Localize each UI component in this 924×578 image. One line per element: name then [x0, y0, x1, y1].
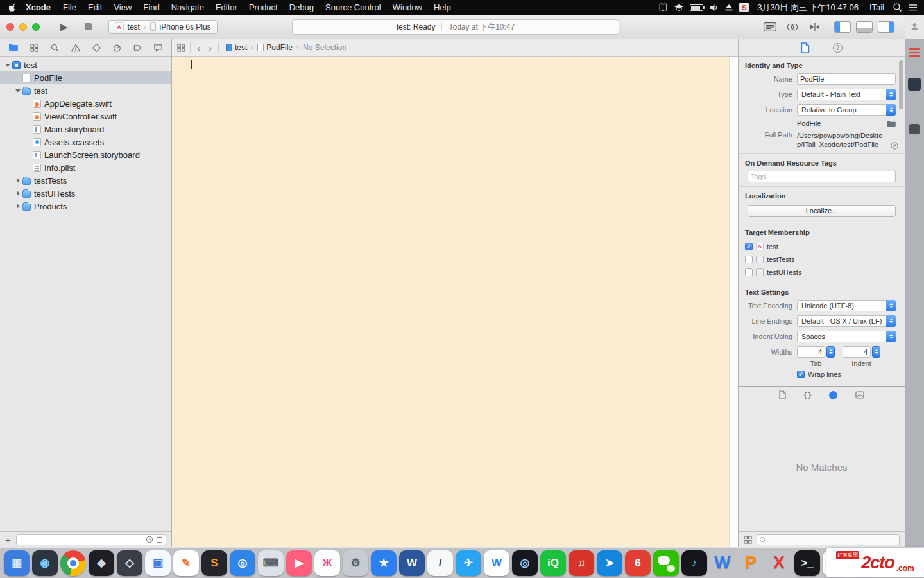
menu-item-debug[interactable]: Debug — [284, 3, 320, 12]
file-inspector-tab[interactable] — [801, 42, 810, 53]
dock-word-app[interactable]: W — [399, 550, 425, 576]
run-button[interactable]: ▶ — [60, 22, 68, 31]
minimize-button[interactable] — [19, 23, 27, 31]
sogou-input-icon[interactable]: S — [739, 3, 749, 12]
disclosure-triangle[interactable] — [14, 89, 22, 92]
dock-unity-dark-app[interactable]: ◆ — [89, 550, 114, 576]
tree-item-info-plist[interactable]: Info.plist — [0, 161, 171, 174]
dock-display-app[interactable]: ▦ — [4, 550, 30, 576]
dock-sketch-pencil-app[interactable]: ✎ — [173, 550, 199, 576]
indent-width-stepper[interactable] — [872, 346, 880, 358]
related-items-icon[interactable] — [177, 44, 185, 52]
target-checkbox[interactable] — [745, 268, 753, 276]
media-library-tab[interactable] — [855, 391, 864, 399]
navigator-filter-field[interactable] — [16, 534, 166, 545]
breadcrumb-item[interactable]: test — [226, 43, 247, 52]
symbol-navigator-tab[interactable] — [30, 43, 39, 53]
menu-item-window[interactable]: Window — [387, 3, 428, 12]
dock-x-letter-app[interactable]: X — [766, 550, 792, 576]
menu-item-find[interactable]: Find — [137, 3, 165, 12]
disclosure-triangle[interactable] — [14, 191, 22, 196]
dock-slash-doc-app[interactable]: / — [427, 550, 453, 576]
tree-item-viewcontroller-swift[interactable]: ViewController.swift — [0, 110, 171, 123]
inspector-scrollbar[interactable] — [899, 60, 903, 109]
tree-item-main-storyboard[interactable]: Main.storyboard — [0, 123, 171, 136]
box-filter-icon[interactable] — [156, 536, 163, 543]
quick-help-inspector-tab[interactable]: ? — [833, 43, 843, 53]
source-editor[interactable] — [172, 57, 738, 547]
menu-item-help[interactable]: Help — [428, 3, 457, 12]
dock-thunder-app[interactable]: ➤ — [597, 550, 622, 576]
toggle-debug-area-button[interactable] — [856, 21, 873, 33]
dock-qq-music-app[interactable]: ♪ — [681, 550, 707, 576]
find-navigator-tab[interactable] — [50, 43, 60, 53]
tree-item-launchscreen-storyboard[interactable]: LaunchScreen.storyboard — [0, 148, 171, 161]
object-library-tab[interactable] — [829, 391, 837, 399]
input-method-name[interactable]: ITail — [867, 3, 887, 12]
menu-item-edit[interactable]: Edit — [82, 3, 108, 12]
target-row-test[interactable]: Atest — [739, 240, 905, 253]
forward-button[interactable]: › — [207, 43, 214, 53]
dock-w-letter-app[interactable]: W — [710, 550, 735, 576]
tab-width-stepper[interactable] — [826, 346, 835, 358]
eject-icon[interactable] — [724, 3, 733, 12]
dock-butterfly-app[interactable]: Ж — [314, 550, 340, 576]
tree-item-test[interactable]: test — [0, 84, 171, 97]
dock-terminal-app[interactable]: >_ — [794, 550, 820, 576]
file-template-library-tab[interactable] — [779, 390, 786, 399]
folder-icon[interactable] — [887, 120, 896, 127]
tab-width-field[interactable] — [797, 346, 825, 358]
dock-unity-light-app[interactable]: ◇ — [117, 550, 142, 576]
volume-icon[interactable] — [709, 3, 719, 12]
text-encoding-popup[interactable]: Unicode (UTF-8) — [797, 300, 896, 311]
menu-item-xcode[interactable]: Xcode — [19, 3, 57, 12]
tree-item-appdelegate-swift[interactable]: AppDelegate.swift — [0, 97, 171, 110]
assistant-editor-button[interactable] — [786, 22, 799, 31]
dock-compass-browser-app[interactable]: ◉ — [32, 550, 58, 576]
standard-editor-button[interactable] — [764, 22, 776, 31]
graduation-cap-icon[interactable] — [674, 3, 684, 12]
indent-width-field[interactable] — [843, 346, 871, 358]
tree-item-assets-xcassets[interactable]: Assets.xcassets — [0, 136, 171, 148]
dock-pink-video-app[interactable]: ▶ — [286, 550, 312, 576]
tags-field[interactable] — [748, 171, 896, 182]
menu-item-view[interactable]: View — [108, 3, 137, 12]
reveal-arrow-icon[interactable] — [891, 142, 898, 150]
menu-item-product[interactable]: Product — [243, 3, 284, 12]
dock-360-app[interactable]: 6 — [625, 550, 651, 576]
breadcrumb-item[interactable]: PodFile — [257, 43, 293, 52]
indent-using-popup[interactable]: Spaces — [797, 331, 896, 342]
editor-scrollbar-gutter[interactable] — [729, 57, 738, 547]
dock-photos-app[interactable]: ▣ — [145, 550, 171, 576]
report-navigator-tab[interactable] — [153, 43, 163, 53]
dock-keyboard-utility-app[interactable]: ⌨ — [258, 550, 284, 576]
stop-button[interactable] — [85, 23, 92, 30]
spotlight-search-icon[interactable] — [893, 3, 902, 12]
dock-wechat-app[interactable] — [653, 550, 679, 576]
dock-chrome-app[interactable] — [60, 550, 86, 576]
menu-item-navigate[interactable]: Navigate — [166, 3, 210, 12]
wrap-lines-checkbox[interactable] — [797, 371, 805, 378]
menu-item-editor[interactable]: Editor — [210, 3, 243, 12]
tree-item-test[interactable]: test — [0, 58, 171, 71]
target-checkbox[interactable] — [745, 256, 753, 263]
scheme-selector[interactable]: A test › iPhone 6s Plus — [108, 20, 218, 34]
test-navigator-tab[interactable] — [92, 43, 101, 53]
clock-icon[interactable] — [146, 536, 153, 543]
disclosure-triangle[interactable] — [14, 204, 22, 209]
target-row-testuitests[interactable]: testUITests — [739, 266, 905, 279]
dock-gear-tool-app[interactable]: ⚙ — [343, 550, 368, 576]
disclosure-triangle[interactable] — [4, 64, 12, 67]
name-field[interactable] — [797, 73, 896, 85]
menu-clock[interactable]: 3月30日 周三 下午10:47:06 — [755, 2, 861, 13]
tree-item-podfile[interactable]: PodFile — [0, 71, 171, 84]
location-popup[interactable]: Relative to Group — [797, 104, 896, 116]
disclosure-triangle[interactable] — [14, 178, 22, 183]
dock-p-letter-app[interactable]: P — [738, 550, 764, 576]
breakpoint-navigator-tab[interactable] — [133, 43, 142, 53]
notification-center-icon[interactable] — [908, 3, 918, 12]
toggle-inspector-button[interactable] — [878, 21, 894, 33]
add-button[interactable]: + — [5, 535, 11, 545]
back-button[interactable]: ‹ — [195, 43, 202, 53]
dock-sublime-text-app[interactable]: S — [201, 550, 227, 576]
